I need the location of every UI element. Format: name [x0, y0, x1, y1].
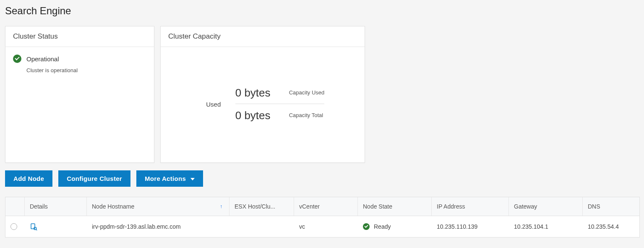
- actions-row: Add Node Configure Cluster More Actions: [5, 170, 640, 187]
- details-icon[interactable]: [30, 223, 37, 230]
- table-header: Details Node Hostname ↑ ESX Host/Clu... …: [5, 197, 639, 216]
- check-circle-icon: [363, 223, 370, 230]
- svg-line-2: [36, 230, 37, 230]
- status-line: Operational: [13, 55, 146, 63]
- configure-cluster-button[interactable]: Configure Cluster: [58, 170, 130, 187]
- add-node-button[interactable]: Add Node: [5, 170, 52, 187]
- cell-hostname: irv-ppdm-sdr-139.asl.lab.emc.com: [87, 216, 229, 237]
- status-subtext: Cluster is operational: [26, 67, 146, 73]
- cell-ip: 10.235.110.139: [432, 216, 509, 237]
- chevron-down-icon: [190, 178, 195, 180]
- col-state-header[interactable]: Node State: [358, 197, 432, 216]
- cluster-capacity-title: Cluster Capacity: [161, 26, 365, 47]
- capacity-used-caption: Capacity Used: [289, 89, 325, 96]
- cell-dns: 10.235.54.4: [583, 216, 639, 237]
- col-vcenter-header[interactable]: vCenter: [294, 197, 358, 216]
- status-label: Operational: [26, 55, 59, 63]
- more-actions-button[interactable]: More Actions: [136, 170, 203, 187]
- col-ip-header[interactable]: IP Address: [432, 197, 509, 216]
- col-gateway-header[interactable]: Gateway: [509, 197, 583, 216]
- hostname-header-label: Node Hostname: [92, 203, 134, 210]
- cell-gateway: 10.235.104.1: [509, 216, 583, 237]
- page-title: Search Engine: [5, 5, 640, 17]
- state-label: Ready: [374, 223, 391, 230]
- cards-row: Cluster Status Operational Cluster is op…: [5, 26, 640, 163]
- sort-asc-icon: ↑: [220, 204, 222, 209]
- cluster-capacity-card: Cluster Capacity Used 0 bytes Capacity U…: [160, 26, 365, 163]
- cluster-status-card: Cluster Status Operational Cluster is op…: [5, 26, 154, 163]
- cell-esx: [229, 216, 294, 237]
- col-select-header: [5, 197, 25, 216]
- col-hostname-header[interactable]: Node Hostname ↑: [87, 197, 229, 216]
- capacity-total-caption: Capacity Total: [289, 112, 323, 119]
- more-actions-label: More Actions: [145, 175, 186, 182]
- cluster-status-title: Cluster Status: [5, 26, 154, 47]
- cell-vcenter: vc: [294, 216, 358, 237]
- row-select-radio[interactable]: [10, 223, 17, 230]
- cell-state: Ready: [358, 216, 432, 237]
- col-dns-header[interactable]: DNS: [583, 197, 639, 216]
- table-row[interactable]: irv-ppdm-sdr-139.asl.lab.emc.com vc Read…: [5, 216, 639, 237]
- capacity-total-value: 0 bytes: [235, 109, 282, 122]
- col-details-header[interactable]: Details: [25, 197, 87, 216]
- capacity-used-value: 0 bytes: [235, 86, 282, 99]
- col-esx-header[interactable]: ESX Host/Clu...: [229, 197, 294, 216]
- check-circle-icon: [13, 55, 21, 63]
- capacity-used-label: Used: [201, 101, 226, 108]
- nodes-table: Details Node Hostname ↑ ESX Host/Clu... …: [5, 197, 640, 238]
